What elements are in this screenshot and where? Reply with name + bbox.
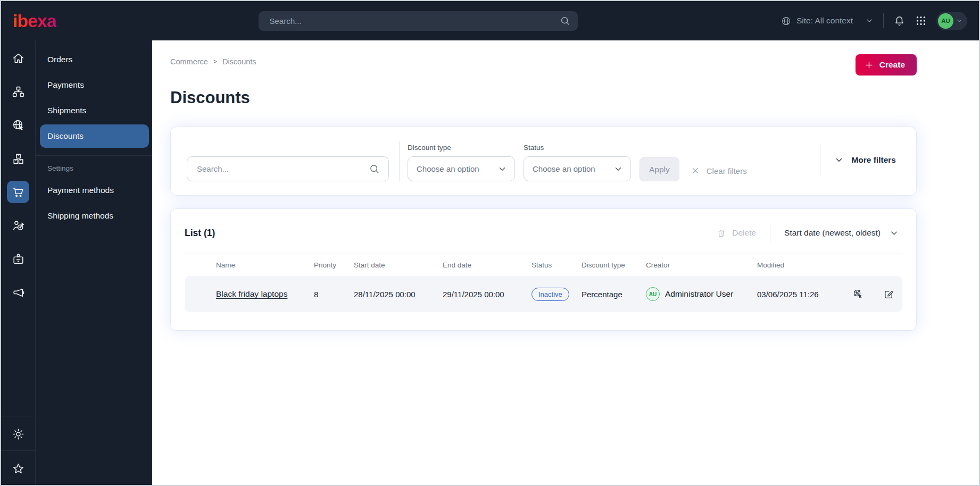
status-select[interactable]: Choose an option <box>524 156 631 181</box>
creator-avatar: AU <box>646 287 660 301</box>
icon-rail <box>1 40 36 485</box>
sort-select[interactable]: Start date (newest, oldest) <box>784 228 902 238</box>
column-header-priority: Priority <box>314 261 354 269</box>
chevron-down-icon <box>497 164 507 174</box>
column-header-discount-type: Discount type <box>582 261 646 269</box>
delete-button-label: Delete <box>732 228 756 238</box>
percent-slash-cursor-icon[interactable] <box>853 289 864 300</box>
close-icon <box>691 166 700 175</box>
create-button[interactable]: Create <box>856 54 917 76</box>
list-title: List (1) <box>185 228 215 239</box>
more-filters-divider <box>820 145 820 175</box>
top-bar: ibexa Site: All context <box>1 1 979 40</box>
table-header: Name Priority Start date End date Status… <box>185 261 902 269</box>
column-header-status: Status <box>531 261 582 269</box>
discount-type-value: Choose an option <box>417 164 479 173</box>
table-row: Black friday laptops 8 28/11/2025 00:00 … <box>185 276 902 312</box>
topbar-right: Site: All context AU <box>780 12 967 30</box>
apply-button[interactable]: Apply <box>640 157 679 181</box>
globe-icon <box>780 15 792 27</box>
user-menu[interactable]: AU <box>936 12 967 30</box>
menu-section-label: Settings <box>36 161 152 178</box>
filters-panel: Discount type Choose an option Status Ch… <box>170 127 917 196</box>
filter-divider <box>399 141 400 181</box>
sort-select-value: Start date (newest, oldest) <box>784 228 881 238</box>
notifications-button[interactable] <box>893 15 906 27</box>
shopping-cart-icon[interactable] <box>7 181 29 203</box>
status-value: Choose an option <box>533 164 595 173</box>
commerce-menu: Orders Payments Shipments Discounts Sett… <box>36 40 152 485</box>
row-start-date: 28/11/2025 00:00 <box>354 290 443 299</box>
chevron-down-icon <box>865 16 874 25</box>
discount-type-label: Discount type <box>408 144 515 152</box>
global-search[interactable] <box>259 11 578 31</box>
more-filters-button[interactable]: More filters <box>834 155 896 165</box>
status-label: Status <box>524 144 631 152</box>
chevron-down-icon <box>889 228 899 238</box>
status-badge: Inactive <box>531 288 569 301</box>
topbar-divider <box>883 13 884 28</box>
delete-button[interactable]: Delete <box>716 228 756 238</box>
column-header-end-date: End date <box>443 261 531 269</box>
plus-icon <box>864 60 874 70</box>
chevron-down-icon <box>834 155 844 165</box>
sitemap-icon[interactable] <box>7 80 29 103</box>
discount-name-link[interactable]: Black friday laptops <box>216 289 287 298</box>
avatar: AU <box>938 13 953 29</box>
breadcrumb-commerce[interactable]: Commerce <box>170 57 208 66</box>
globe-pointer-icon[interactable] <box>7 114 29 136</box>
home-icon[interactable] <box>7 47 29 69</box>
menu-divider <box>36 155 152 156</box>
site-context-selector[interactable]: Site: All context <box>780 15 874 27</box>
menu-item-payment-methods[interactable]: Payment methods <box>40 179 149 202</box>
discount-type-select[interactable]: Choose an option <box>408 156 515 181</box>
trash-icon <box>716 228 726 238</box>
row-priority: 8 <box>314 290 354 299</box>
clear-filters-button[interactable]: Clear filters <box>691 166 747 175</box>
chevron-down-icon <box>956 17 963 24</box>
breadcrumb-separator: > <box>213 58 217 65</box>
id-badge-icon[interactable] <box>7 248 29 270</box>
megaphone-icon[interactable] <box>7 281 29 304</box>
product-boxes-icon[interactable] <box>7 147 29 170</box>
rail-divider <box>1 416 35 416</box>
row-modified: 03/06/2025 11:26 <box>757 290 853 299</box>
gear-icon[interactable] <box>7 423 29 445</box>
more-filters-label: More filters <box>851 155 896 165</box>
app-window: ibexa Site: All context <box>0 0 980 486</box>
menu-item-shipments[interactable]: Shipments <box>40 99 149 122</box>
column-header-creator: Creator <box>646 261 757 269</box>
menu-item-orders[interactable]: Orders <box>40 48 149 71</box>
star-icon[interactable] <box>7 457 29 480</box>
row-discount-type: Percentage <box>582 290 646 299</box>
discount-list-panel: List (1) Delete Start date (newest, olde… <box>170 208 917 331</box>
creator-name: Administrator User <box>665 289 733 299</box>
filter-search-input[interactable] <box>197 164 369 173</box>
menu-item-discounts[interactable]: Discounts <box>40 124 149 148</box>
breadcrumb-discounts[interactable]: Discounts <box>222 57 256 66</box>
list-head-divider <box>770 222 770 244</box>
clear-filters-label: Clear filters <box>707 166 747 175</box>
table-divider <box>185 254 902 254</box>
content-area: Commerce > Discounts Create Discounts <box>152 40 979 485</box>
menu-item-payments[interactable]: Payments <box>40 73 149 97</box>
column-header-modified: Modified <box>757 261 853 269</box>
app-grid-icon[interactable] <box>915 15 927 27</box>
menu-item-shipping-methods[interactable]: Shipping methods <box>40 204 149 228</box>
column-header-start-date: Start date <box>354 261 443 269</box>
global-search-input[interactable] <box>269 16 560 26</box>
site-context-label: Site: All context <box>796 16 853 26</box>
ibexa-logo[interactable]: ibexa <box>13 12 56 30</box>
rail-divider <box>1 450 35 451</box>
filter-search[interactable] <box>187 156 389 181</box>
search-icon <box>560 15 570 26</box>
edit-icon[interactable] <box>883 289 894 300</box>
page-title: Discounts <box>170 88 917 107</box>
create-button-label: Create <box>879 60 905 70</box>
chevron-down-icon <box>613 164 623 174</box>
row-end-date: 29/11/2025 00:00 <box>443 290 531 299</box>
customer-target-icon[interactable] <box>7 214 29 237</box>
column-header-name: Name <box>216 261 314 269</box>
search-icon <box>369 163 380 174</box>
breadcrumb: Commerce > Discounts <box>170 57 256 66</box>
